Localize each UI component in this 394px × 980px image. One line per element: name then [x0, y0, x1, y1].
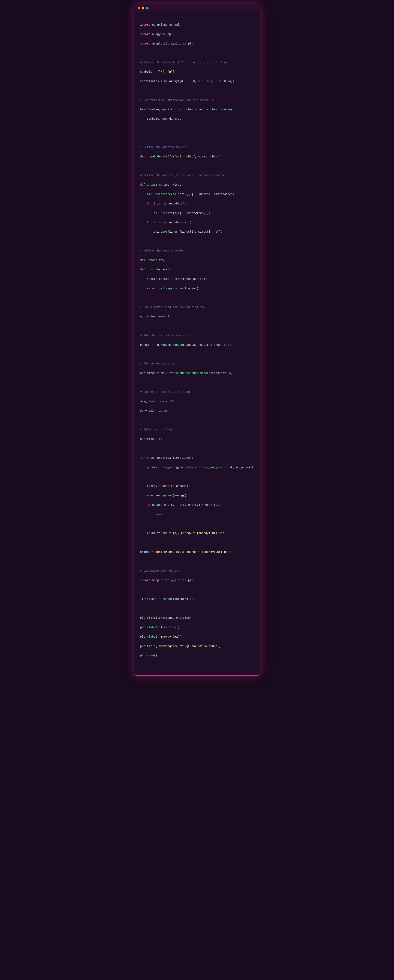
code-line: import matplotlib.pyplot as plt: [140, 578, 254, 583]
code-line: conv_tol = 1e-06: [140, 409, 254, 414]
code-line: [140, 296, 254, 300]
minimize-dot[interactable]: [142, 7, 144, 10]
code-line: plt.show(): [140, 653, 254, 658]
code-line: @qml.qnode(dev): [140, 258, 254, 263]
code-line: [140, 352, 254, 357]
code-line: optimizer = qml.GradientDescentOptimizer…: [140, 371, 254, 375]
code-line: def ansatz(params, wires):: [140, 183, 254, 187]
code-line: for i in range(qubits):: [140, 202, 254, 206]
code-line: [140, 89, 254, 93]
code-line: coordinates = np.array([0.0, 0.0, 0.0, 0…: [140, 79, 254, 84]
close-dot[interactable]: [138, 7, 140, 10]
code-line: dev = qml.device("default.qubit", wires=…: [140, 154, 254, 159]
code-line: # Define the quantum device: [140, 145, 254, 150]
code-line: qml.RY(params[i], wires=wires[i]): [140, 211, 254, 216]
code-line: symbols = ["H", "H"]: [140, 70, 254, 75]
code-line: # Define the ansatz (variational quantum…: [140, 173, 254, 178]
code-line: ): [140, 126, 254, 131]
code-line: [140, 474, 254, 479]
code-line: [140, 380, 254, 385]
code-line: [140, 418, 254, 423]
code-line: import pennylane as qml: [140, 22, 254, 27]
code-line: energies.append(energy): [140, 493, 254, 498]
title-bar: [134, 4, 260, 13]
code-line: ansatz(params, wires=range(qubits)): [140, 277, 254, 282]
code-line: energy = cost_fn(params): [140, 484, 254, 488]
code-line: plt.title('Convergence of VQE for H2 Mol…: [140, 644, 254, 649]
code-line: [140, 164, 254, 169]
code-line: # Set the initial parameters: [140, 333, 254, 338]
code-line: if np.abs(energy - prev_energy) < conv_t…: [140, 503, 254, 508]
code-line: # Number of optimization steps: [140, 390, 254, 395]
code-line: params = np.random.random(qubits, requir…: [140, 343, 254, 347]
code-line: [140, 135, 254, 140]
code-line: [140, 606, 254, 611]
code-line: [140, 522, 254, 527]
code-line: # Optimization loop: [140, 428, 254, 432]
code-line: def cost_fn(params):: [140, 267, 254, 272]
code-line: # Generate the Hamiltonian for the molec…: [140, 98, 254, 103]
code-line: [140, 559, 254, 564]
code-line: # Define the cost function: [140, 248, 254, 253]
code-line: iterations = range(len(energies)): [140, 597, 254, 601]
code-window: import pennylane as qml import numpy as …: [134, 4, 260, 676]
code-line: energies = []: [140, 437, 254, 442]
code-line: params, prev_energy = optimizer.step_and…: [140, 465, 254, 470]
code-line: import numpy as np: [140, 32, 254, 37]
code-line: return qml.expval(hamiltonian): [140, 286, 254, 291]
code-line: [140, 239, 254, 244]
code-line: np.random.seed(42): [140, 315, 254, 319]
code-editor[interactable]: import pennylane as qml import numpy as …: [134, 13, 260, 675]
code-line: # Define the molecule (H2 at bond length…: [140, 60, 254, 65]
code-line: qml.BasisState(np.array([0] * qubits), w…: [140, 192, 254, 197]
code-line: qml.CNOT(wires=[wires[i], wires[i + 1]]): [140, 230, 254, 234]
code-line: # Visualize the results: [140, 569, 254, 573]
code-line: [140, 446, 254, 451]
code-line: [140, 540, 254, 545]
code-line: for i in range(qubits - 1):: [140, 220, 254, 225]
code-line: symbols, coordinates: [140, 117, 254, 121]
code-line: print(f"Final ground state energy = {ene…: [140, 550, 254, 555]
code-line: for n in range(max_iterations):: [140, 456, 254, 460]
code-line: print(f"Step = {n}, Energy = {energy:.8f…: [140, 531, 254, 536]
code-line: # Choose an optimizer: [140, 361, 254, 366]
code-line: [140, 51, 254, 56]
code-line: import matplotlib.pyplot as plt: [140, 41, 254, 46]
code-line: break: [140, 512, 254, 517]
maximize-dot[interactable]: [146, 7, 148, 10]
code-line: plt.xlabel('Iteration'): [140, 625, 254, 630]
code-line: max_iterations = 100: [140, 399, 254, 404]
code-line: plt.ylabel('Energy (Ha)'): [140, 635, 254, 640]
code-line: plt.plot(iterations, energies): [140, 616, 254, 620]
code-line: # Set a fixed seed for reproducibility: [140, 305, 254, 310]
code-line: [140, 324, 254, 329]
code-line: [140, 588, 254, 592]
code-line: hamiltonian, qubits = qml.qchem.molecula…: [140, 107, 254, 112]
